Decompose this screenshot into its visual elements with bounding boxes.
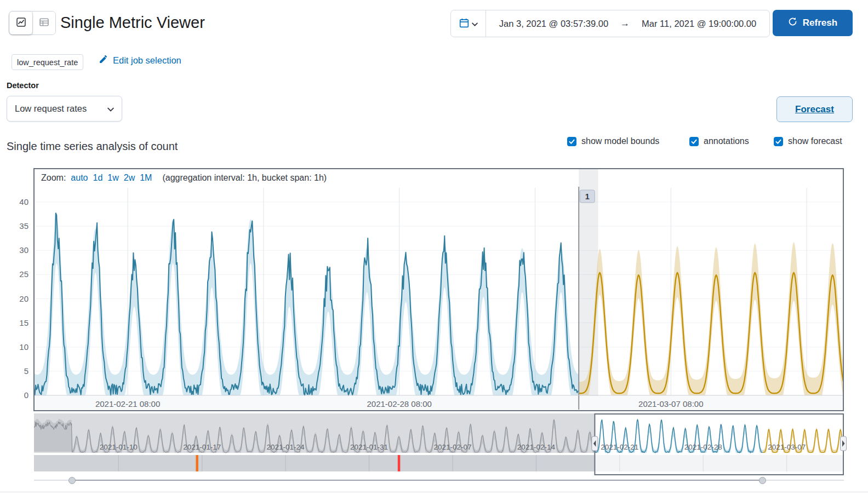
x-axis-tick-label: 2021-03-07 08:00 [638,399,703,408]
y-axis-tick-label: 10 [19,342,28,352]
checkbox-label: annotations [704,136,749,146]
checkbox-annotations[interactable]: annotations [689,136,749,146]
zoom-1d-link[interactable]: 1d [93,173,102,183]
selection-left-handle[interactable] [592,436,598,451]
calendar-dropdown-button[interactable] [451,10,486,37]
zoom-controls: Zoom: auto 1d 1w 2w 1M (aggregation inte… [41,173,327,183]
annotation-badge-label: 1 [585,192,590,201]
detector-select[interactable]: Low request rates [7,96,122,122]
zoom-1w-link[interactable]: 1w [107,173,118,183]
y-axis-tick-label: 20 [19,294,28,303]
context-tick-label: 2021-01-10 [100,443,138,451]
chevron-down-icon [107,103,114,114]
context-tick-label: 2021-01-17 [183,443,221,451]
zoom-1M-link[interactable]: 1M [140,173,152,183]
refresh-label: Refresh [803,18,837,28]
scrollbar-left-handle[interactable] [68,477,76,484]
checkbox-checked-icon [567,137,576,146]
context-tick-label: 2021-02-14 [517,443,556,451]
y-axis-tick-label: 5 [24,366,28,376]
refresh-button[interactable]: Refresh [773,10,853,36]
start-date-button[interactable]: Jan 3, 2021 @ 03:57:39.00 [496,16,612,31]
swimlane-annotation-mark[interactable] [196,455,198,471]
data-table-icon [39,18,49,28]
analysis-title: Single time series analysis of count [7,140,178,153]
timeline-scrollbar [34,476,844,485]
scrollbar-range[interactable] [71,480,762,481]
scrollbar-right-handle[interactable] [759,477,766,484]
main-time-series-chart[interactable]: 12021-02-21 08:002021-02-28 08:002021-03… [0,168,868,411]
checkbox-checked-icon [689,137,699,146]
y-axis-tick-label: 40 [19,197,28,206]
context-tick-label: 2021-03-07 [768,443,806,451]
detector-label: Detector [7,81,39,90]
forecast-button[interactable]: Forecast [776,96,853,122]
line-chart-icon [16,18,26,28]
zoom-auto-link[interactable]: auto [71,173,88,183]
pencil-icon [99,55,108,66]
annotation-band[interactable] [579,169,598,396]
selection-swimlane [595,455,843,471]
job-badge: low_request_rate [12,54,83,70]
checkbox-label: show model bounds [581,136,659,146]
chart-view-button[interactable] [9,11,32,34]
y-axis-tick-label: 15 [19,318,28,327]
selection-right-handle[interactable] [841,436,847,451]
zoom-label: Zoom: [41,173,66,183]
view-toggle-group [9,11,56,35]
context-navigator: 2021-01-102021-01-172021-01-242021-01-31… [34,413,847,476]
date-picker: Jan 3, 2021 @ 03:57:39.00 → Mar 11, 2021… [450,10,770,37]
refresh-icon [788,17,797,29]
context-tick-label: 2021-02-28 [684,443,722,451]
context-tick-label: 2021-01-31 [350,443,388,451]
page-bottom-divider [0,492,868,492]
calendar-icon [459,18,469,30]
checkbox-show-model-bounds[interactable]: show model bounds [567,136,659,146]
x-axis-tick-label: 2021-02-21 08:00 [95,399,160,408]
y-axis-tick-label: 35 [19,221,28,231]
x-axis-tick-label: 2021-02-28 08:00 [367,399,431,408]
checkbox-show-forecast[interactable]: show forecast [774,136,842,146]
arrow-right-icon: → [620,18,630,29]
context-navigator-chart[interactable]: 2021-01-102021-01-172021-01-242021-01-31… [34,413,847,476]
chevron-down-icon [472,20,478,28]
y-axis-tick-label: 25 [19,269,28,279]
y-axis-tick-label: 30 [19,245,28,255]
zoom-2w-link[interactable]: 2w [124,173,135,183]
checkbox-label: show forecast [788,136,842,146]
main-chart-container: 12021-02-21 08:002021-02-28 08:002021-03… [0,168,868,411]
context-tick-label: 2021-02-21 [601,443,638,451]
table-view-button[interactable] [32,11,55,34]
checkbox-checked-icon [774,137,783,146]
single-metric-viewer-page: Single Metric Viewer Jan 3, 2021 @ 03:57… [0,0,868,495]
detector-selected-value: Low request rates [15,103,87,114]
swimlane-annotation-mark[interactable] [398,455,401,471]
y-axis-tick-label: 0 [24,390,28,400]
edit-job-selection-link[interactable]: Edit job selection [99,55,181,66]
context-tick-label: 2021-02-07 [433,443,471,451]
aggregation-note: (aggregation interval: 1h, bucket span: … [162,173,327,183]
page-title: Single Metric Viewer [60,11,205,34]
end-date-button[interactable]: Mar 11, 2021 @ 19:00:00.00 [638,16,760,31]
context-tick-label: 2021-01-24 [267,443,305,451]
date-range: Jan 3, 2021 @ 03:57:39.00 → Mar 11, 2021… [486,10,769,37]
edit-job-selection-label: Edit job selection [113,55,181,66]
